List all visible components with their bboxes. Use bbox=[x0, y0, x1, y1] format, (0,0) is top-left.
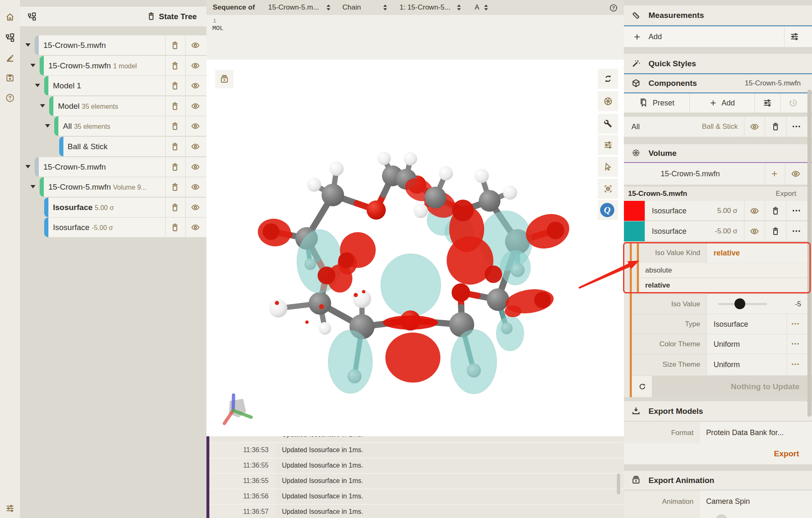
svg-text:?: ? bbox=[612, 5, 615, 10]
svg-text:?: ? bbox=[8, 95, 11, 101]
